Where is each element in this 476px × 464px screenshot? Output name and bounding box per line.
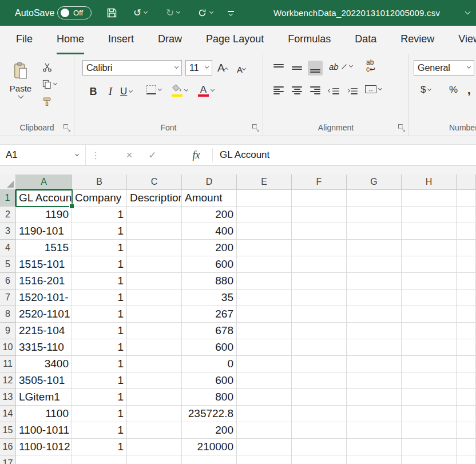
undo-chevron-icon[interactable] xyxy=(144,10,148,14)
align-center-button[interactable] xyxy=(289,83,304,98)
cell-G17[interactable] xyxy=(347,455,402,464)
underline-button[interactable]: U xyxy=(120,84,132,99)
cell-x13[interactable] xyxy=(457,389,476,406)
cell-C15[interactable] xyxy=(127,422,182,439)
cell-B4[interactable]: 1 xyxy=(72,240,127,256)
cell-D5[interactable]: 600 xyxy=(182,256,237,273)
cell-C10[interactable] xyxy=(127,339,182,356)
cell-E17[interactable] xyxy=(237,455,292,464)
cell-C16[interactable] xyxy=(127,439,182,455)
title-dropdown-button[interactable] xyxy=(466,0,470,26)
cell-D17[interactable] xyxy=(182,455,237,464)
cell-H2[interactable] xyxy=(402,207,457,223)
cell-D9[interactable]: 678 xyxy=(182,323,237,339)
cell-x9[interactable] xyxy=(457,323,476,339)
cell-F9[interactable] xyxy=(292,323,347,339)
column-header-E[interactable]: E xyxy=(237,175,292,190)
row-header-16[interactable]: 16 xyxy=(0,439,16,455)
cell-F12[interactable] xyxy=(292,372,347,389)
grow-font-button[interactable]: A xyxy=(217,61,228,75)
currency-button[interactable]: $ xyxy=(421,84,431,96)
cell-B13[interactable]: 1 xyxy=(72,389,127,406)
cell-C13[interactable] xyxy=(127,389,182,406)
cut-button[interactable] xyxy=(42,61,52,73)
row-header-2[interactable]: 2 xyxy=(0,207,16,223)
cell-H12[interactable] xyxy=(402,372,457,389)
cell-x7[interactable] xyxy=(457,289,476,306)
align-right-button[interactable] xyxy=(308,83,323,98)
cell-H8[interactable] xyxy=(402,306,457,323)
autosave-toggle[interactable]: Off xyxy=(57,6,92,19)
column-header-H[interactable]: H xyxy=(402,175,457,190)
qat-extra-button[interactable] xyxy=(197,0,213,26)
cell-H1[interactable] xyxy=(402,190,457,207)
enter-button[interactable]: ✓ xyxy=(144,145,160,165)
cell-G7[interactable] xyxy=(347,289,402,306)
cell-H4[interactable] xyxy=(402,240,457,256)
column-header-F[interactable]: F xyxy=(292,175,347,190)
cell-B5[interactable]: 1 xyxy=(72,256,127,273)
cell-D2[interactable]: 200 xyxy=(182,207,237,223)
cell-F16[interactable] xyxy=(292,439,347,455)
cell-F17[interactable] xyxy=(292,455,347,464)
cell-B17[interactable] xyxy=(72,455,127,464)
cell-E10[interactable] xyxy=(237,339,292,356)
column-header-B[interactable]: B xyxy=(72,175,127,190)
row-header-17[interactable]: 17 xyxy=(0,455,16,464)
cell-E9[interactable] xyxy=(237,323,292,339)
row-header-5[interactable]: 5 xyxy=(0,256,16,273)
cell-D4[interactable]: 200 xyxy=(182,240,237,256)
cell-C14[interactable] xyxy=(127,406,182,422)
cell-G3[interactable] xyxy=(347,223,402,240)
cell-x6[interactable] xyxy=(457,273,476,289)
cell-C8[interactable] xyxy=(127,306,182,323)
cell-D14[interactable]: 235722.8 xyxy=(182,406,237,422)
cell-G12[interactable] xyxy=(347,372,402,389)
cell-F4[interactable] xyxy=(292,240,347,256)
cell-C6[interactable] xyxy=(127,273,182,289)
cell-A3[interactable]: 1190-101 xyxy=(16,223,72,240)
cell-H14[interactable] xyxy=(402,406,457,422)
cancel-button[interactable]: × xyxy=(121,145,137,165)
percent-style-button[interactable]: % xyxy=(449,84,458,96)
cell-F13[interactable] xyxy=(292,389,347,406)
cell-H5[interactable] xyxy=(402,256,457,273)
cell-x15[interactable] xyxy=(457,422,476,439)
cell-A10[interactable]: 3315-110 xyxy=(16,339,72,356)
cell-C11[interactable] xyxy=(127,356,182,372)
cell-x16[interactable] xyxy=(457,439,476,455)
row-header-7[interactable]: 7 xyxy=(0,289,16,306)
cell-C2[interactable] xyxy=(127,207,182,223)
cell-A1[interactable]: GL Account xyxy=(16,190,72,207)
italic-button[interactable]: I xyxy=(106,84,114,99)
cell-C4[interactable] xyxy=(127,240,182,256)
wrap-text-button[interactable]: ab c↩ xyxy=(366,59,375,73)
bottom-align-button[interactable] xyxy=(308,61,323,76)
cell-E12[interactable] xyxy=(237,372,292,389)
tab-draw[interactable]: Draw xyxy=(158,26,182,54)
cell-E1[interactable] xyxy=(237,190,292,207)
cell-B6[interactable]: 1 xyxy=(72,273,127,289)
decrease-indent-button[interactable] xyxy=(326,83,341,98)
cell-G6[interactable] xyxy=(347,273,402,289)
clipboard-dialog-launcher[interactable]: ↘ xyxy=(64,124,71,132)
row-header-1[interactable]: 1 xyxy=(0,190,16,207)
cell-F15[interactable] xyxy=(292,422,347,439)
cell-G13[interactable] xyxy=(347,389,402,406)
row-header-15[interactable]: 15 xyxy=(0,422,16,439)
cell-A2[interactable]: 1190 xyxy=(16,207,72,223)
cell-D11[interactable]: 0 xyxy=(182,356,237,372)
number-format-select[interactable]: General xyxy=(414,60,474,76)
cell-D16[interactable]: 210000 xyxy=(182,439,237,455)
cell-H11[interactable] xyxy=(402,356,457,372)
font-dialog-launcher[interactable]: ↘ xyxy=(252,124,260,132)
cell-A7[interactable]: 1520-101- xyxy=(16,289,72,306)
cell-E4[interactable] xyxy=(237,240,292,256)
cell-A5[interactable]: 1515-101 xyxy=(16,256,72,273)
cell-A12[interactable]: 3505-101 xyxy=(16,372,72,389)
save-button[interactable] xyxy=(106,0,117,26)
tab-formulas[interactable]: Formulas xyxy=(288,26,331,54)
cell-C12[interactable] xyxy=(127,372,182,389)
redo-chevron-icon[interactable] xyxy=(176,10,180,14)
cell-A13[interactable]: LGitem1 xyxy=(16,389,72,406)
